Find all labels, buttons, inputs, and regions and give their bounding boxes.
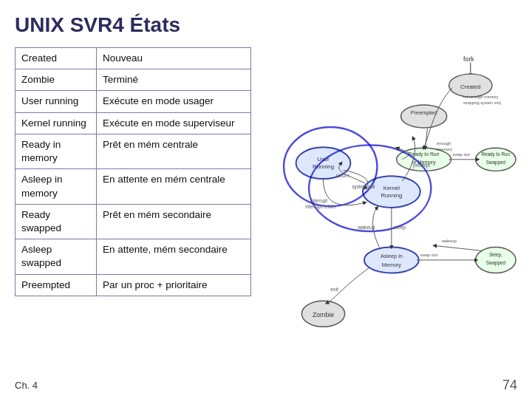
svg-text:sleep: sleep [394,225,406,231]
state-label: Asleep in memory [16,169,97,204]
svg-text:Zombie: Zombie [313,311,334,318]
table-row: Asleep in memoryEn attente en mém centra… [16,169,251,204]
table-row: PreemptedPar un proc + prioritaire [16,274,251,296]
diagram-area: fork Created Preempted User Running Kern… [259,47,517,365]
state-description: Prêt en mém secondaire [97,204,251,239]
state-description: Prêt en mém centrale [97,134,251,168]
svg-text:exit: exit [330,287,338,292]
footer-area: Ch. 4 74 [15,378,517,393]
state-label: Ready in memory [16,134,97,168]
svg-text:Swapped: Swapped [486,260,506,266]
table-area: CreatedNouveauZombieTerminéUser runningE… [15,47,251,296]
state-description: Par un proc + prioritaire [97,274,251,296]
state-diagram: fork Created Preempted User Running Kern… [259,47,517,365]
state-description: Nouveau [97,48,251,69]
table-row: Ready in memoryPrêt en mém centrale [16,134,251,168]
svg-text:Running: Running [381,192,402,199]
svg-point-19 [364,247,419,273]
state-label: Preempted [16,274,97,296]
footer-chapter: Ch. 4 [15,380,38,391]
svg-text:fork: fork [463,55,474,63]
svg-text:Kernel: Kernel [383,185,400,191]
table-row: User runningExécute en mode usager [16,91,251,112]
footer-page: 74 [502,378,517,393]
page-container: UNIX SVR4 États CreatedNouveauZombieTerm… [0,0,532,399]
svg-text:interrupt: interrupt [310,198,327,204]
table-row: CreatedNouveau [16,48,251,69]
svg-text:enough: enough [437,141,451,146]
svg-text:wakeup: wakeup [441,239,457,243]
svg-text:Preempted: Preempted [411,109,437,116]
svg-point-5 [401,105,447,128]
content-area: CreatedNouveauZombieTerminéUser runningE… [15,47,517,365]
state-label: User running [16,91,97,112]
svg-text:Created: Created [460,83,481,90]
state-label: Zombie [16,69,97,91]
state-label: Created [16,48,97,69]
svg-text:Memory: Memory [382,262,402,268]
svg-text:return: return [336,173,349,178]
table-row: Asleep swappedEn attente, mém secondaire [16,239,251,274]
state-description: Exécute en mode superviseur [97,112,251,134]
svg-text:memory: memory [437,147,452,151]
page-title: UNIX SVR4 États [15,13,517,37]
state-description: Exécute en mode usager [97,91,251,112]
svg-text:system call: system call [352,184,375,190]
table-row: Ready swappedPrêt en mém secondaire [16,204,251,239]
svg-text:swap out: swap out [453,152,471,157]
svg-text:interrupt return: interrupt return [305,204,336,210]
svg-text:Ready to Run: Ready to Run [409,151,440,157]
svg-text:Asleep in: Asleep in [381,253,403,259]
svg-text:swap out: swap out [420,253,438,257]
state-description: En attente en mém centrale [97,169,251,204]
states-table: CreatedNouveauZombieTerminéUser runningE… [15,47,251,296]
svg-text:Swapped: Swapped [486,160,506,166]
state-label: Kernel running [16,112,97,134]
state-description: En attente, mém secondaire [97,239,251,274]
svg-text:Ready to Run: Ready to Run [482,151,511,157]
svg-text:wakeup: wakeup [357,225,375,231]
svg-text:not enough memory: not enough memory [463,95,499,99]
table-row: ZombieTerminé [16,69,251,91]
svg-text:preempt: preempt [413,163,430,168]
table-row: Kernel runningExécute en mode superviseu… [16,112,251,134]
state-description: Terminé [97,69,251,91]
svg-text:Sleep,: Sleep, [489,252,502,258]
state-label: Asleep swapped [16,239,97,274]
svg-text:wrapping system only: wrapping system only [463,100,502,105]
state-label: Ready swapped [16,204,97,239]
